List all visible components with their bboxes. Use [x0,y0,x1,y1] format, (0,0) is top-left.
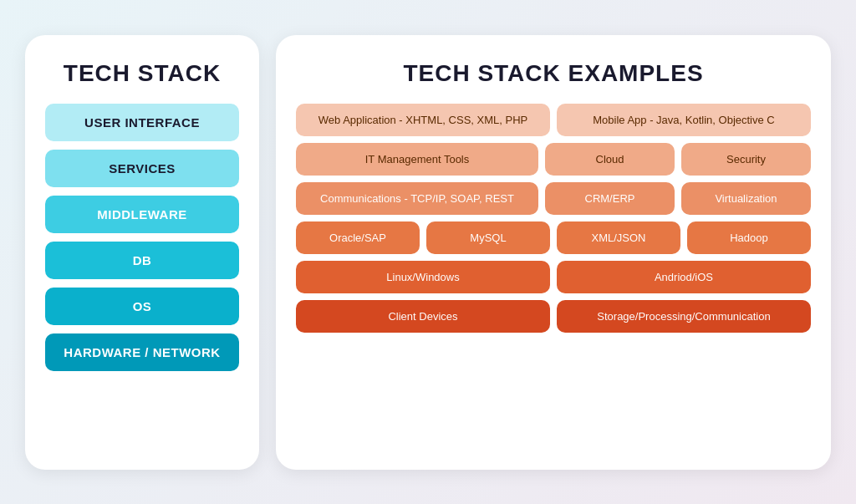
cell-virtualization: Virtualization [681,182,811,215]
cell-oracle-sap: Oracle/SAP [296,221,420,254]
grid-row-3: Communications - TCP/IP, SOAP, REST CRM/… [296,182,811,215]
left-panel: TECH STACK USER INTERFACE SERVICES MIDDL… [25,35,259,470]
cell-cloud: Cloud [545,143,675,176]
stack-items-list: USER INTERFACE SERVICES MIDDLEWARE DB OS… [45,104,239,445]
stack-item-ui: USER INTERFACE [45,104,239,141]
left-panel-title: TECH STACK [45,60,239,87]
right-panel-title: TECH STACK EXAMPLES [296,60,811,87]
cell-storage-processing: Storage/Processing/Communication [557,300,811,333]
grid-row-5: Linux/Windows Andriod/iOS [296,261,811,293]
cell-web-app: Web Application - XHTML, CSS, XML, PHP [296,104,550,136]
cell-android-ios: Andriod/iOS [557,261,811,293]
examples-grid: Web Application - XHTML, CSS, XML, PHP M… [296,104,811,445]
grid-row-1: Web Application - XHTML, CSS, XML, PHP M… [296,104,811,136]
cell-linux-windows: Linux/Windows [296,261,550,293]
grid-row-2: IT Management Tools Cloud Security [296,143,811,176]
grid-row-6: Client Devices Storage/Processing/Commun… [296,300,811,333]
grid-row-4: Oracle/SAP MySQL XML/JSON Hadoop [296,221,811,254]
cell-mobile-app: Mobile App - Java, Kotlin, Objective C [557,104,811,136]
cell-mysql: MySQL [426,221,550,254]
cell-security: Security [681,143,811,176]
cell-client-devices: Client Devices [296,300,550,333]
stack-item-services: SERVICES [45,150,239,187]
cell-hadoop: Hadoop [687,221,811,254]
cell-crmerp: CRM/ERP [545,182,675,215]
cell-communications: Communications - TCP/IP, SOAP, REST [296,182,538,215]
cell-xmljson: XML/JSON [557,221,680,254]
stack-item-hardware: HARDWARE / NETWORK [45,333,239,371]
right-panel: TECH STACK EXAMPLES Web Application - XH… [276,35,831,470]
stack-item-middleware: MIDDLEWARE [45,196,239,233]
stack-item-os: OS [45,288,239,325]
main-container: TECH STACK USER INTERFACE SERVICES MIDDL… [0,0,856,504]
stack-item-db: DB [45,242,239,279]
cell-it-mgmt: IT Management Tools [296,143,538,176]
